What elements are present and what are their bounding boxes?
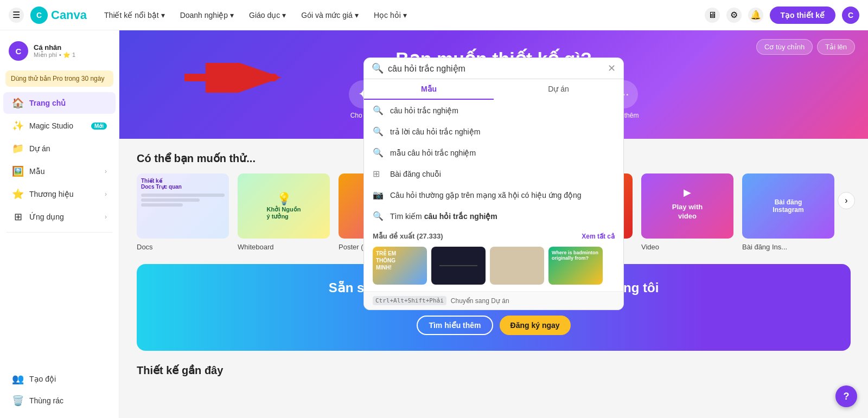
menu-hocoi[interactable]: Học hỏi ▾ — [367, 8, 413, 23]
sidebar-item-create-team[interactable]: 👥 Tạo đội — [3, 368, 116, 390]
search-suggestion-3[interactable]: 🔍 mẫu câu hỏi trắc nghiệm — [364, 142, 623, 163]
search-dropdown: 🔍 câu hỏi trắc nghiệm 🔍 trả lời câu hỏi … — [363, 100, 624, 310]
sidebar-item-projects[interactable]: 📁 Dự án — [3, 138, 116, 159]
search-icon: 🔍 — [373, 126, 384, 137]
apps-icon: ⊞ — [12, 211, 24, 223]
sidebar-item-home[interactable]: 🏠 Trang chủ — [3, 92, 116, 114]
user-avatar[interactable]: C — [842, 7, 859, 24]
cards-next-button[interactable]: › — [838, 192, 855, 209]
arrow-shape — [184, 63, 282, 93]
sidebar-avatar: C — [9, 41, 28, 61]
hero-upload-btn[interactable]: Tải lên — [817, 39, 855, 55]
menu-doanhnghiep[interactable]: Doanh nghiệp ▾ — [174, 8, 240, 23]
help-button[interactable]: ? — [835, 385, 857, 407]
search-tab-template[interactable]: Mẫu — [364, 79, 494, 100]
trash-icon: 🗑️ — [12, 395, 24, 407]
team-icon: 👥 — [12, 373, 24, 385]
menu-goimugia[interactable]: Gói và mức giá ▾ — [295, 8, 365, 23]
chevron-icon: ▾ — [282, 11, 286, 20]
sidebar: C Cá nhân Miễn phí • ⭐ 1 Dùng thử bản Pr… — [0, 30, 119, 418]
search-icon: 🔍 — [372, 62, 384, 74]
sidebar-user: C Cá nhân Miễn phí • ⭐ 1 — [0, 37, 119, 65]
chevron-icon: ▾ — [355, 11, 359, 20]
main-layout: C Cá nhân Miễn phí • ⭐ 1 Dùng thử bản Pr… — [0, 30, 868, 418]
sidebar-item-label: Dự án — [29, 144, 107, 153]
search-icon: 🔍 — [373, 147, 384, 158]
sidebar-user-info: Cá nhân Miễn phí • ⭐ 1 — [34, 43, 75, 59]
playwith-title: Play withvideo — [668, 198, 707, 226]
whiteboard-thumb-inner: 💡 Khởi Nguồný tưởng — [238, 173, 330, 239]
search-thumbnails: TRẺ EMTHÔNGMINH! Where is badmintonorigi… — [364, 242, 623, 291]
event-register-btn[interactable]: Đăng ký ngay — [500, 316, 571, 335]
sidebar-user-plan: Miễn phí • ⭐ 1 — [34, 52, 75, 59]
chevron-right-icon: › — [105, 213, 107, 221]
sidebar-divider — [7, 232, 112, 233]
search-input[interactable] — [388, 63, 603, 73]
chevron-right-icon: › — [105, 190, 107, 198]
card-docs[interactable]: Thiết kếDocs Trực quan Docs — [137, 173, 229, 251]
search-thumb-3[interactable] — [490, 247, 544, 285]
card-thumb-docs: Thiết kếDocs Trực quan — [137, 173, 229, 239]
search-thumb-1[interactable]: TRẺ EMTHÔNGMINH! — [373, 247, 427, 285]
folder-icon: 📁 — [12, 143, 24, 155]
main-content: Cơ tùy chỉnh Tải lên Bạn muốn thiết kế g… — [119, 30, 868, 418]
sidebar-item-label: Ứng dụng — [29, 213, 99, 221]
card-whiteboard[interactable]: 💡 Khởi Nguồný tưởng Whiteboard — [238, 173, 330, 251]
search-suggestion-1[interactable]: 🔍 câu hỏi trắc nghiệm — [364, 100, 623, 121]
sidebar-item-magic[interactable]: ✨ Magic Studio Mới — [3, 115, 116, 137]
sidebar-item-label: Trang chủ — [29, 99, 107, 107]
home-icon: 🏠 — [12, 97, 24, 109]
hero-buttons: Cơ tùy chỉnh Tải lên — [756, 39, 855, 55]
sidebar-item-label: Mẫu — [29, 167, 99, 176]
magic-icon: ✨ — [12, 120, 24, 132]
search-section-header: Mẫu đề xuất (27.333) Xem tất cả — [364, 227, 623, 242]
search-clear-icon[interactable]: ✕ — [608, 62, 616, 74]
event-learn-btn[interactable]: Tìm hiểu thêm — [417, 316, 493, 335]
grid-icon: ⊞ — [373, 169, 384, 179]
hero-section: Cơ tùy chỉnh Tải lên Bạn muốn thiết kế g… — [119, 30, 868, 139]
search-icon: 🔍 — [373, 211, 384, 221]
sidebar-item-brand[interactable]: ⭐ Thương hiệu › — [3, 183, 116, 205]
sidebar-item-trash[interactable]: 🗑️ Thùng rác — [3, 390, 116, 411]
monitor-icon[interactable]: 🖥 — [705, 8, 720, 23]
card-label-whiteboard: Whiteboard — [238, 243, 330, 251]
search-see-all-link[interactable]: Xem tất cả — [582, 233, 615, 240]
search-tab-project[interactable]: Dự án — [494, 79, 623, 100]
search-suggestion-4[interactable]: ⊞ Bài đăng chuỗi — [364, 163, 623, 184]
hero-customize-btn[interactable]: Cơ tùy chỉnh — [756, 39, 813, 55]
bell-icon[interactable]: 🔔 — [748, 8, 763, 23]
card-thumb-video: ▶ Play withvideo — [641, 173, 733, 239]
shortcut-label: Chuyển sang Dự án — [451, 297, 509, 305]
search-section-label: Mẫu đề xuất (27.333) — [373, 232, 443, 240]
sidebar-bottom: 👥 Tạo đội 🗑️ Thùng rác — [0, 368, 119, 411]
settings-icon[interactable]: ⚙ — [726, 8, 742, 23]
sidebar-user-name: Cá nhân — [34, 43, 75, 52]
brand-icon: ⭐ — [12, 188, 24, 200]
event-banner-buttons: Tìm hiểu thêm Đăng ký ngay — [329, 316, 659, 335]
chevron-icon: ▾ — [403, 11, 407, 20]
video-thumb-inner: ▶ Play withvideo — [641, 173, 733, 239]
template-icon: 🖼️ — [12, 165, 24, 177]
svg-text:C: C — [36, 11, 42, 20]
menu-giaoduc[interactable]: Giáo dục ▾ — [242, 8, 292, 23]
card-label-insta: Bài đăng Ins... — [742, 243, 834, 251]
card-insta[interactable]: Bài đăngInstagram Bài đăng Ins... — [742, 173, 834, 251]
card-video[interactable]: ▶ Play withvideo Video — [641, 173, 733, 251]
topnav: ☰ C Canva Thiết kế nổi bật ▾ Doanh nghiệ… — [0, 0, 868, 30]
canva-logo[interactable]: C Canva — [30, 7, 87, 24]
search-suggestion-2[interactable]: 🔍 trả lời câu hỏi trắc nghiệm — [364, 121, 623, 142]
search-thumb-2[interactable] — [431, 247, 486, 285]
search-tabs: Mẫu Dự án — [363, 79, 624, 100]
menu-thietke[interactable]: Thiết kế nổi bật ▾ — [98, 8, 171, 23]
search-thumb-4[interactable]: Where is badmintonoriginally from? — [548, 247, 603, 285]
sidebar-item-apps[interactable]: ⊞ Ứng dụng › — [3, 206, 116, 228]
recent-section-title: Thiết kế gần đây — [119, 364, 868, 383]
search-suggestion-5[interactable]: 📷 Câu hỏi thường gặp trên mạng xã hội có… — [364, 184, 623, 205]
sidebar-item-templates[interactable]: 🖼️ Mẫu › — [3, 160, 116, 182]
new-badge: Mới — [91, 123, 107, 130]
instagram-icon: 📷 — [373, 190, 384, 200]
create-button[interactable]: Tạo thiết kế — [770, 7, 835, 24]
sidebar-pro-banner[interactable]: Dùng thử bản Pro trong 30 ngày — [5, 70, 113, 87]
menu-icon[interactable]: ☰ — [9, 8, 24, 23]
search-suggestion-6[interactable]: 🔍 Tìm kiếm câu hỏi trắc nghiệm — [364, 205, 623, 227]
